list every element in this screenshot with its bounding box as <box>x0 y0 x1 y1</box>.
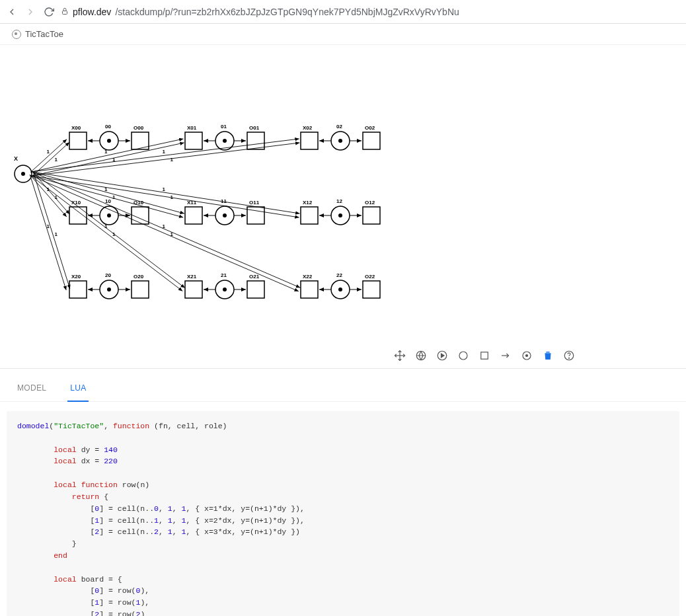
svg-line-91 <box>34 173 70 289</box>
svg-text:00: 00 <box>105 124 111 130</box>
svg-point-72 <box>338 213 342 217</box>
svg-text:X00: X00 <box>71 125 81 131</box>
svg-rect-22 <box>247 132 264 149</box>
editor-toolbar <box>0 342 686 369</box>
svg-point-33 <box>338 139 342 143</box>
svg-rect-4 <box>69 132 87 149</box>
svg-point-2 <box>21 172 25 176</box>
svg-text:1: 1 <box>55 231 58 237</box>
svg-point-59 <box>223 213 227 217</box>
svg-text:1: 1 <box>171 157 174 163</box>
svg-point-85 <box>107 288 111 291</box>
svg-rect-113 <box>363 281 380 298</box>
svg-text:20: 20 <box>105 272 111 278</box>
svg-line-117 <box>32 172 300 288</box>
svg-text:1: 1 <box>171 231 174 237</box>
code-tabs: MODEL LUA <box>0 369 686 402</box>
svg-text:1: 1 <box>47 223 50 229</box>
svg-text:1: 1 <box>112 231 116 237</box>
page-title: TicTacToe <box>25 29 63 39</box>
svg-text:X20: X20 <box>71 274 81 280</box>
svg-text:1: 1 <box>171 194 174 200</box>
svg-text:O12: O12 <box>365 200 375 206</box>
svg-text:1: 1 <box>104 223 108 229</box>
svg-text:O02: O02 <box>365 125 375 131</box>
svg-text:O10: O10 <box>133 200 144 206</box>
tab-model[interactable]: MODEL <box>15 378 49 401</box>
svg-text:1: 1 <box>163 149 166 155</box>
svg-rect-0 <box>63 11 67 14</box>
svg-marker-125 <box>441 354 445 358</box>
forward-button[interactable] <box>24 5 37 19</box>
svg-line-53 <box>30 175 67 217</box>
svg-rect-82 <box>69 281 87 298</box>
svg-text:21: 21 <box>221 272 227 278</box>
svg-text:X: X <box>14 155 18 162</box>
svg-text:1: 1 <box>112 194 116 200</box>
svg-text:22: 22 <box>336 272 342 278</box>
url-host: pflow.dev <box>73 7 111 17</box>
square-icon[interactable] <box>478 350 490 362</box>
svg-text:02: 02 <box>336 124 342 130</box>
reload-button[interactable] <box>42 5 56 19</box>
svg-text:X22: X22 <box>303 274 313 280</box>
code-editor[interactable]: domodel("TicTacToe", function (fn, cell,… <box>7 411 679 616</box>
svg-point-46 <box>107 213 111 217</box>
svg-text:X12: X12 <box>303 200 313 206</box>
svg-text:X21: X21 <box>187 274 197 280</box>
svg-rect-100 <box>247 281 264 298</box>
svg-text:12: 12 <box>336 198 342 204</box>
svg-rect-35 <box>363 132 380 149</box>
svg-point-132 <box>568 358 569 358</box>
circle-icon[interactable] <box>457 350 469 362</box>
svg-rect-17 <box>185 132 202 149</box>
svg-text:O22: O22 <box>365 274 375 280</box>
shutter-icon[interactable] <box>415 350 427 362</box>
svg-rect-108 <box>301 281 318 298</box>
svg-text:O21: O21 <box>249 274 260 280</box>
target-icon[interactable] <box>521 350 533 362</box>
svg-rect-30 <box>301 132 318 149</box>
svg-text:O00: O00 <box>133 125 144 131</box>
svg-text:O20: O20 <box>133 274 144 280</box>
svg-text:1: 1 <box>55 157 58 163</box>
svg-text:1: 1 <box>163 223 166 229</box>
svg-rect-95 <box>185 281 202 298</box>
svg-point-7 <box>107 139 111 143</box>
svg-rect-48 <box>132 207 149 224</box>
svg-point-130 <box>526 354 528 356</box>
svg-text:1: 1 <box>163 186 166 192</box>
svg-rect-69 <box>301 207 318 224</box>
move-icon[interactable] <box>394 350 406 362</box>
svg-point-111 <box>338 288 342 291</box>
svg-point-98 <box>223 288 227 291</box>
svg-rect-56 <box>185 207 202 224</box>
svg-text:X02: X02 <box>303 125 313 131</box>
tab-lua[interactable]: LUA <box>67 378 89 402</box>
logo-icon <box>12 30 21 39</box>
svg-point-126 <box>459 352 467 360</box>
svg-rect-127 <box>481 352 488 359</box>
delete-icon[interactable] <box>542 350 554 362</box>
page-header: TicTacToe <box>0 24 686 45</box>
petri-net-diagram[interactable]: XX0000O0011X0101O0111X0202O0211X1010O101… <box>0 45 686 342</box>
arrow-icon[interactable] <box>500 350 512 362</box>
svg-text:1: 1 <box>104 149 108 155</box>
svg-line-13 <box>30 139 67 173</box>
lock-icon <box>61 7 69 17</box>
svg-text:X01: X01 <box>187 125 197 131</box>
browser-chrome: pflow.dev/stackdump/p/?run=zb2rhXx6zbJZp… <box>0 0 686 24</box>
svg-rect-74 <box>363 207 380 224</box>
address-bar[interactable]: pflow.dev/stackdump/p/?run=zb2rhXx6zbJZp… <box>61 7 681 17</box>
back-button[interactable] <box>5 5 19 19</box>
play-icon[interactable] <box>436 350 448 362</box>
svg-text:01: 01 <box>221 124 227 130</box>
svg-text:10: 10 <box>105 198 111 204</box>
svg-text:1: 1 <box>47 149 50 155</box>
svg-point-20 <box>223 139 227 143</box>
svg-text:O11: O11 <box>249 200 260 206</box>
help-icon[interactable] <box>563 350 575 362</box>
svg-text:O01: O01 <box>249 125 260 131</box>
svg-rect-87 <box>132 281 149 298</box>
svg-rect-43 <box>69 207 87 224</box>
